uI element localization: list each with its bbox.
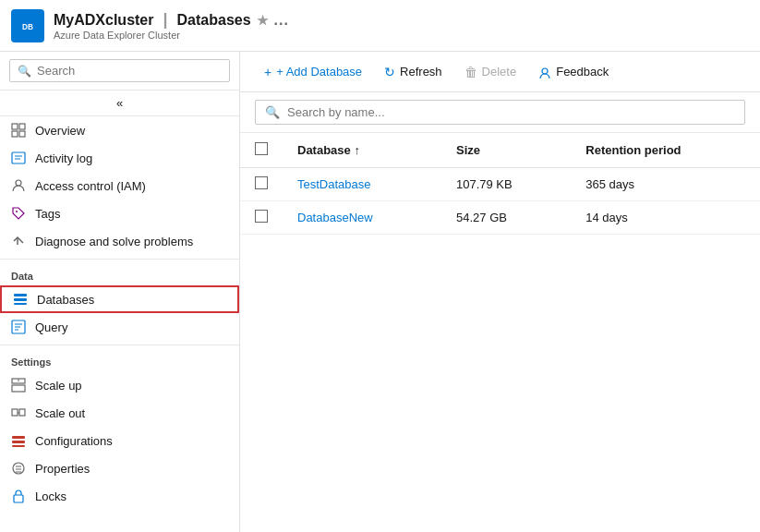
scale-out-icon <box>11 405 26 420</box>
add-database-button[interactable]: + + Add Database <box>255 60 371 84</box>
svg-rect-12 <box>14 298 27 301</box>
feedback-button[interactable]: Feedback <box>529 59 618 83</box>
svg-rect-22 <box>19 409 25 416</box>
svg-rect-11 <box>14 294 27 296</box>
tags-label: Tags <box>35 207 60 221</box>
sidebar-search-container: 🔍 <box>0 52 239 91</box>
configurations-icon <box>11 433 26 448</box>
sidebar-item-configurations[interactable]: Configurations <box>0 427 239 454</box>
databases-table: Database ↑ Size Retention period <box>240 133 760 235</box>
refresh-button[interactable]: ↻ Refresh <box>375 60 452 84</box>
content-area: + + Add Database ↻ Refresh 🗑 Delete Feed… <box>240 52 760 532</box>
svg-rect-3 <box>19 124 25 129</box>
svg-rect-5 <box>19 131 25 137</box>
sidebar-search-box[interactable]: 🔍 <box>9 59 230 82</box>
sidebar-item-access-control[interactable]: Access control (IAM) <box>0 172 239 200</box>
databases-table-container: Database ↑ Size Retention period <box>240 133 760 532</box>
table-row: DatabaseNew 54.27 GB 14 days <box>240 201 760 235</box>
row-checkbox-cell-2[interactable] <box>240 201 283 235</box>
app-header: DB MyADXcluster | Databases ★ ... Azure … <box>0 0 760 52</box>
delete-button[interactable]: 🗑 Delete <box>455 60 526 84</box>
svg-rect-24 <box>12 436 25 439</box>
databases-label: Databases <box>37 293 94 307</box>
content-search-icon: 🔍 <box>265 105 280 119</box>
refresh-icon: ↻ <box>384 65 395 79</box>
retention-cell-1: 365 days <box>571 168 760 201</box>
sidebar-collapse-button[interactable]: « <box>0 91 239 116</box>
svg-point-10 <box>16 211 18 212</box>
diagnose-label: Diagnose and solve problems <box>35 235 193 248</box>
data-section-label: Data <box>0 259 239 285</box>
content-search-box[interactable]: 🔍 <box>255 100 745 125</box>
svg-rect-31 <box>14 495 23 502</box>
query-icon <box>11 320 26 334</box>
select-all-checkbox[interactable] <box>255 142 268 155</box>
svg-rect-13 <box>14 303 27 305</box>
svg-rect-26 <box>12 445 25 447</box>
configurations-label: Configurations <box>35 434 113 448</box>
sidebar-item-locks[interactable]: Locks <box>0 482 239 510</box>
database-column-header[interactable]: Database ↑ <box>283 133 441 168</box>
database-link-2[interactable]: DatabaseNew <box>297 211 373 224</box>
database-link-1[interactable]: TestDatabase <box>297 177 371 191</box>
header-title-block: MyADXcluster | Databases ★ ... Azure Dat… <box>54 10 289 41</box>
retention-column-header[interactable]: Retention period <box>571 133 760 168</box>
svg-rect-18 <box>12 385 25 392</box>
size-cell-2: 54.27 GB <box>441 201 571 235</box>
svg-text:DB: DB <box>22 22 33 30</box>
toolbar: + + Add Database ↻ Refresh 🗑 Delete Feed… <box>240 52 760 92</box>
sidebar-item-tags[interactable]: Tags <box>0 200 239 227</box>
content-search-container: 🔍 <box>240 92 760 133</box>
sidebar-item-activity-log[interactable]: Activity log <box>0 144 239 172</box>
sidebar-item-databases[interactable]: Databases <box>0 285 239 313</box>
sidebar-item-query[interactable]: Query <box>0 313 239 341</box>
sidebar-item-properties[interactable]: Properties <box>0 454 239 482</box>
activity-log-label: Activity log <box>35 151 92 165</box>
size-column-header[interactable]: Size <box>441 133 571 168</box>
sidebar-item-scale-up[interactable]: Scale up <box>0 371 239 399</box>
properties-label: Properties <box>35 462 90 476</box>
diagnose-icon <box>11 234 26 248</box>
svg-rect-25 <box>12 441 25 443</box>
table-row: TestDatabase 107.79 KB 365 days <box>240 168 760 201</box>
access-control-icon <box>11 178 26 193</box>
query-label: Query <box>35 320 67 334</box>
cluster-name: MyADXcluster <box>54 12 153 29</box>
search-input[interactable] <box>37 64 222 78</box>
activity-log-icon <box>11 151 26 165</box>
header-subtitle: Azure Data Explorer Cluster <box>54 30 289 41</box>
main-layout: 🔍 « Overview <box>0 52 760 532</box>
tags-icon <box>11 206 26 221</box>
row-1-checkbox[interactable] <box>255 176 268 189</box>
title-separator: | <box>163 10 167 30</box>
overview-label: Overview <box>35 124 85 138</box>
delete-icon: 🗑 <box>464 65 477 79</box>
svg-rect-6 <box>12 152 25 163</box>
settings-section-label: Settings <box>0 345 239 371</box>
search-icon: 🔍 <box>18 65 31 78</box>
row-2-checkbox[interactable] <box>255 210 268 223</box>
svg-point-9 <box>16 180 21 186</box>
database-name-cell-2: DatabaseNew <box>283 201 441 235</box>
page-title: Databases <box>177 12 251 29</box>
retention-cell-2: 14 days <box>571 201 760 235</box>
database-name-cell-1: TestDatabase <box>283 168 441 201</box>
size-cell-1: 107.79 KB <box>441 168 571 201</box>
svg-rect-21 <box>12 409 18 416</box>
more-options-icon[interactable]: ... <box>274 12 289 29</box>
favorite-star-icon[interactable]: ★ <box>257 13 269 28</box>
feedback-icon <box>538 64 551 79</box>
content-search-input[interactable] <box>287 105 735 119</box>
row-checkbox-cell-1[interactable] <box>240 168 283 201</box>
databases-icon <box>13 292 28 307</box>
scale-up-label: Scale up <box>35 379 82 393</box>
sidebar-item-scale-out[interactable]: Scale out <box>0 399 239 427</box>
svg-rect-2 <box>12 124 18 129</box>
table-header-row: Database ↑ Size Retention period <box>240 133 760 168</box>
sidebar-item-diagnose[interactable]: Diagnose and solve problems <box>0 227 239 255</box>
properties-icon <box>11 461 26 476</box>
access-control-label: Access control (IAM) <box>35 179 146 193</box>
sidebar-item-overview[interactable]: Overview <box>0 116 239 144</box>
select-all-header[interactable] <box>240 133 283 168</box>
scale-out-label: Scale out <box>35 406 85 420</box>
